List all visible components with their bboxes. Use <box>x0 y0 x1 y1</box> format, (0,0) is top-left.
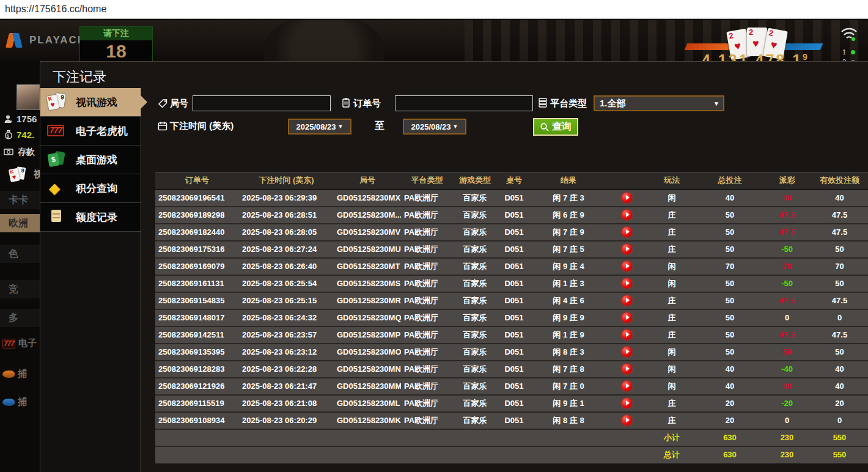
balance-amount: 742. <box>17 130 34 140</box>
url-text[interactable]: https://175616.cc/home <box>0 4 106 15</box>
table-cell: 2025-08-23 06:23:57 <box>239 326 334 344</box>
table-row: 2508230691353952025-08-23 06:23:12GD0512… <box>155 344 868 361</box>
play-video-button[interactable] <box>622 227 632 237</box>
green-dot-icon <box>851 50 855 54</box>
table-cell: 50 <box>696 344 763 361</box>
date-to-label: 至 <box>375 120 384 133</box>
table-cell: D051 <box>497 258 531 275</box>
table-cell: PA欧洲厅 <box>401 207 453 224</box>
date-to-value: 2025/08/23 <box>411 122 451 131</box>
order-id-input[interactable] <box>395 95 533 111</box>
table-cell: -20 <box>763 395 811 412</box>
date-to-select[interactable]: 2025/08/23 ▼ <box>403 119 466 135</box>
table-cell: -40 <box>763 361 811 378</box>
browser-address-bar[interactable]: https://175616.cc/home <box>0 0 868 19</box>
table-cell: 百家乐 <box>453 190 497 207</box>
play-video-button[interactable] <box>622 347 632 357</box>
table-cell: D051 <box>497 361 531 378</box>
tag-icon <box>157 98 168 109</box>
sidebar-item-quota-records[interactable]: 额度记录 <box>40 203 141 232</box>
table-cell: 闲 9 庄 9 <box>531 309 606 326</box>
table-cell: GD051258230MU <box>334 241 401 258</box>
playace-logo-text: PLAYACE <box>29 34 86 46</box>
table-cell: 40 <box>696 361 763 378</box>
play-video-button[interactable] <box>622 330 632 340</box>
table-row: 2508230691892982025-08-23 06:28:51GD0512… <box>155 207 868 224</box>
table-cell: D051 <box>497 275 531 292</box>
play-video-button[interactable] <box>622 210 632 220</box>
summary-cell: 总计 <box>647 446 696 463</box>
date-from-select[interactable]: 2025/08/23 ▼ <box>288 119 351 135</box>
play-video-button[interactable] <box>622 244 632 254</box>
play-video-button[interactable] <box>622 193 632 203</box>
table-cell: 百家乐 <box>453 326 497 344</box>
total-row: 总计630230550 <box>155 446 868 463</box>
table-cell: 47.5 <box>811 326 868 344</box>
signal-row-1: 1 <box>842 48 846 56</box>
table-cell: 0 <box>811 412 868 429</box>
table-cell: 70 <box>811 258 868 275</box>
video-cell <box>606 395 647 412</box>
table-cell: 闲 9 庄 4 <box>531 258 606 275</box>
slots-777-icon: 777 <box>46 121 70 141</box>
table-cell: 40 <box>763 378 811 395</box>
play-video-button[interactable] <box>622 398 632 408</box>
column-header: 桌号 <box>497 172 531 190</box>
sidebar-item-slots[interactable]: 777 电子老虎机 <box>40 117 141 146</box>
background-tab-jing: 竞 <box>0 280 40 298</box>
table-cell: 百家乐 <box>453 258 497 275</box>
table-cell: 2025-08-23 06:28:05 <box>239 224 334 241</box>
play-video-button[interactable] <box>622 415 632 426</box>
table-cell: 百家乐 <box>453 361 497 378</box>
fishing-menu-label-1: 捕 <box>18 368 27 380</box>
table-cell: 250823069115519 <box>155 395 239 412</box>
search-icon <box>540 122 550 132</box>
search-button[interactable]: 查询 <box>533 118 578 136</box>
summary-cell <box>334 429 401 446</box>
user-icon: * <box>4 114 13 124</box>
sidebar-item-label: 额度记录 <box>76 210 117 224</box>
play-video-button[interactable] <box>622 312 632 323</box>
table-row: 2508230691155192025-08-23 06:21:08GD0512… <box>155 395 868 412</box>
summary-cell <box>239 446 334 463</box>
column-header: 订单号 <box>155 172 239 190</box>
play-video-button[interactable] <box>622 364 632 374</box>
table-cell: PA欧洲厅 <box>401 395 453 412</box>
round-id-input[interactable] <box>193 95 331 111</box>
connection-status: 1 2 <box>839 26 867 61</box>
play-video-button[interactable] <box>622 381 632 391</box>
table-cell: 2025-08-23 06:21:08 <box>239 395 334 412</box>
table-cell: 闲 7 庄 8 <box>531 361 606 378</box>
user-id: 1756 <box>17 114 37 124</box>
sidebar-item-table-games[interactable]: $ 桌面游戏 <box>40 146 141 174</box>
play-video-button[interactable] <box>622 295 632 306</box>
table-cell: D051 <box>497 326 531 344</box>
bet-time-label: 下注时间 (美东) <box>170 120 234 132</box>
table-cell: PA欧洲厅 <box>401 309 453 326</box>
table-cell: PA欧洲厅 <box>401 258 453 275</box>
table-cell: 2025-08-23 06:20:29 <box>239 412 334 429</box>
table-cell: D051 <box>497 412 531 429</box>
platform-type-select[interactable]: 1.全部 ▼ <box>594 95 724 111</box>
bet-table-body: 2508230691965412025-08-23 06:29:39GD0512… <box>155 190 868 463</box>
table-cell: 250823069161131 <box>155 275 239 292</box>
table-cell: PA欧洲厅 <box>401 292 453 309</box>
sidebar-item-points-query[interactable]: ◆ 积分查询 <box>40 174 141 203</box>
calendar-icon <box>157 120 168 131</box>
column-header: 总投注 <box>696 172 763 190</box>
svg-text:*: * <box>10 120 12 124</box>
play-video-button[interactable] <box>622 261 632 271</box>
video-cell <box>606 412 647 429</box>
summary-cell <box>531 446 606 463</box>
table-cell: 闲 7 庄 3 <box>531 190 606 207</box>
table-cell: 2025-08-23 06:21:47 <box>239 378 334 395</box>
sidebar-item-label: 桌面游戏 <box>76 153 117 167</box>
play-video-button[interactable] <box>622 278 632 289</box>
table-row: 2508230691425112025-08-23 06:23:57GD0512… <box>155 326 868 344</box>
table-cell: 庄 <box>647 292 696 309</box>
table-cell: 2025-08-23 06:25:54 <box>239 275 334 292</box>
sidebar-item-video-games[interactable]: 9 K♥ 视讯游戏 <box>40 88 141 117</box>
table-row: 2508230691282832025-08-23 06:22:28GD0512… <box>155 361 868 378</box>
table-cell: GD051258230MR <box>334 292 401 309</box>
table-cell: PA欧洲厅 <box>401 275 453 292</box>
